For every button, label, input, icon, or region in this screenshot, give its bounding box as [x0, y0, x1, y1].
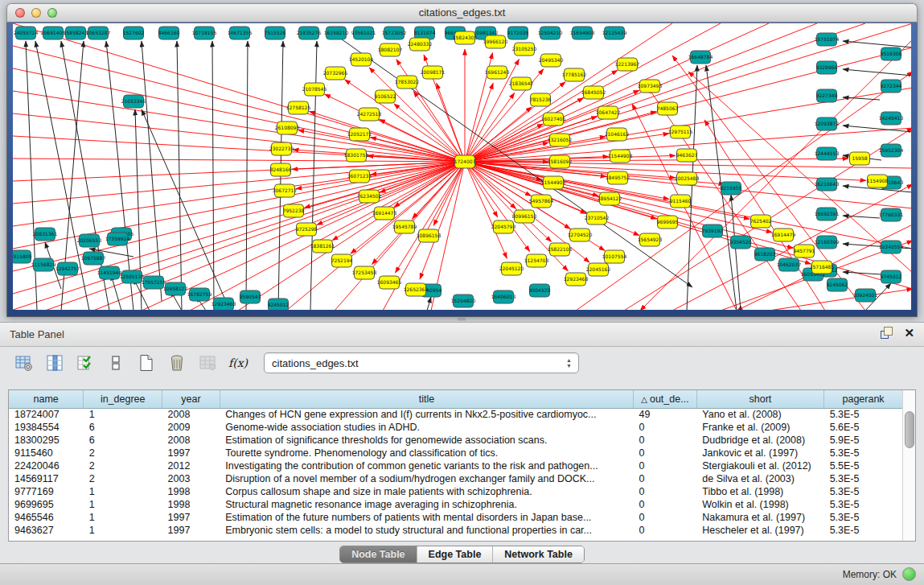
graph-node[interactable]: 9618203	[754, 248, 776, 261]
graph-node[interactable]: 11544908	[608, 150, 633, 163]
graph-node[interactable]: 15654923	[638, 233, 663, 246]
table-cell[interactable]: 5.3E-5	[824, 511, 903, 524]
table-cell[interactable]: 5.3E-5	[824, 485, 903, 498]
graph-node[interactable]: 30672717	[273, 184, 298, 197]
table-row[interactable]: 1830029562008Estimation of significance …	[9, 434, 903, 447]
table-cell[interactable]: 0	[634, 447, 697, 459]
column-header-pagerank[interactable]: pagerank	[824, 390, 903, 408]
graph-node[interactable]: 22045162	[586, 263, 611, 276]
graph-node[interactable]: 15824305	[453, 31, 478, 44]
table-cell[interactable]: 1998	[162, 485, 220, 498]
graph-node[interactable]: 14245413	[879, 112, 904, 125]
table-cell[interactable]: 0	[634, 421, 697, 434]
graph-node[interactable]: 9699695	[657, 216, 679, 229]
table-cell[interactable]: 0	[634, 511, 697, 524]
table-cell[interactable]: Tibbo et al. (1998)	[696, 485, 823, 498]
table-row[interactable]: 1938455462009Genome-wide association stu…	[9, 421, 903, 434]
graph-node[interactable]: 7252194	[331, 254, 353, 267]
column-header-out_de[interactable]: △out_de...	[634, 390, 697, 408]
graph-node[interactable]: 80996153	[512, 210, 537, 223]
graph-node[interactable]: 16358210	[324, 27, 349, 39]
graph-node[interactable]: 11654908	[570, 27, 595, 39]
table-cell[interactable]: 5.3E-5	[824, 447, 903, 459]
graph-node[interactable]: 18495752	[606, 171, 630, 184]
graph-node[interactable]: 20691406	[41, 27, 66, 39]
column-header-short[interactable]: short	[696, 390, 823, 408]
table-cell[interactable]: 0	[634, 434, 697, 447]
column-header-in_degree[interactable]: in_degree	[84, 390, 162, 408]
table-cell[interactable]: 49	[634, 408, 697, 421]
graph-node[interactable]: 15204820	[451, 295, 476, 307]
new-table-icon[interactable]	[137, 353, 156, 373]
graph-node[interactable]: 21836542	[509, 77, 534, 90]
tab-node-table[interactable]: Node Table	[340, 546, 417, 562]
graph-node[interactable]: 15716485	[810, 261, 835, 274]
graph-node[interactable]: 16845052	[581, 86, 606, 99]
graph-node[interactable]: 17253458	[352, 266, 377, 279]
graph-node[interactable]: 18082107	[378, 43, 403, 56]
graph-node[interactable]: 19966120	[483, 35, 508, 48]
graph-node[interactable]: 12704520	[568, 229, 593, 241]
graph-node[interactable]: 17785162	[562, 68, 587, 81]
table-settings-icon[interactable]	[14, 353, 34, 373]
graph-node[interactable]: 15723052	[382, 27, 407, 39]
table-cell[interactable]: 1	[84, 498, 162, 511]
graph-node[interactable]: 16406013	[491, 290, 516, 303]
graph-node[interactable]: 21835276	[297, 27, 322, 39]
table-cell[interactable]: 1	[84, 485, 162, 498]
table-cell[interactable]: 22420046	[9, 459, 84, 472]
table-cell[interactable]: Investigating the contribution of common…	[220, 459, 633, 472]
graph-node[interactable]: 16210643	[815, 178, 840, 191]
table-cell[interactable]: Wolkin et al. (1998)	[696, 498, 823, 511]
graph-node[interactable]: 9329966	[816, 61, 838, 74]
graph-node[interactable]: 23105250	[512, 43, 537, 56]
graph-node[interactable]: 11254703	[524, 254, 549, 267]
graph-node[interactable]: 22045120	[499, 262, 524, 275]
graph-node[interactable]: 10107554	[602, 250, 627, 263]
graph-node[interactable]: 9227349	[816, 89, 838, 102]
graph-node[interactable]: 1154908	[867, 175, 889, 187]
column-header-title[interactable]: title	[220, 390, 633, 408]
graph-node[interactable]: 10958127	[163, 282, 188, 295]
table-cell[interactable]: Changes of HCN gene expression and I(f) …	[220, 408, 633, 421]
graph-node[interactable]: 11544903	[541, 176, 566, 189]
table-cell[interactable]: 0	[634, 498, 697, 511]
graph-node[interactable]: 16648784	[688, 51, 713, 64]
graph-node[interactable]: 12444153	[815, 147, 840, 160]
graph-node[interactable]: 12213967	[615, 58, 640, 71]
table-cell[interactable]: 9115460	[9, 447, 84, 459]
delete-table-icon[interactable]	[167, 353, 187, 373]
graph-node[interactable]: 7625402	[750, 215, 772, 228]
table-cell[interactable]: Yano et al. (2008)	[696, 408, 823, 421]
graph-node[interactable]: 8215955	[721, 182, 742, 195]
graph-node[interactable]: 9504520	[529, 284, 551, 297]
graph-node[interactable]: 9106522	[375, 90, 396, 103]
graph-node[interactable]: 12942757	[55, 262, 80, 275]
graph-node[interactable]: 22045793	[491, 220, 516, 233]
table-cell[interactable]: 18724007	[9, 408, 84, 421]
graph-node[interactable]: 24272518	[357, 108, 382, 121]
table-cell[interactable]: Genome-wide association studies in ADHD.	[220, 421, 633, 434]
graph-node[interactable]: 36071233	[347, 170, 372, 183]
graph-node[interactable]: 3915809	[13, 250, 32, 263]
table-row[interactable]: 1872400712008Changes of HCN gene express…	[9, 408, 903, 421]
graph-node[interactable]: 9115460	[670, 195, 692, 208]
table-cell[interactable]: Dudbridge et al. (2008)	[696, 434, 823, 447]
table-cell[interactable]: 2	[84, 472, 162, 485]
table-select-dropdown[interactable]: citations_edges.txt ▲▼	[264, 352, 579, 373]
graph-node[interactable]: 8466160	[158, 27, 180, 39]
graph-node[interactable]: 10340554	[879, 241, 904, 253]
table-cell[interactable]: 1	[84, 511, 162, 524]
graph-node[interactable]: 10647427	[596, 106, 621, 119]
graph-node[interactable]: 9304520	[730, 236, 752, 249]
table-cell[interactable]: 1	[84, 524, 162, 537]
table-cell[interactable]: 2003	[162, 472, 220, 485]
graph-node[interactable]: 1527602	[123, 27, 145, 39]
graph-node[interactable]: 12504210	[538, 27, 563, 39]
graph-node[interactable]: 15822105	[548, 243, 573, 256]
table-row[interactable]: 911546021997Tourette syndrome. Phenomeno…	[9, 447, 903, 459]
graph-node[interactable]: 9272344	[881, 80, 902, 93]
graph-node[interactable]: 54957864	[529, 195, 554, 208]
column-header-year[interactable]: year	[162, 390, 220, 408]
table-cell[interactable]: Stergiakouli et al. (2012)	[696, 459, 823, 472]
